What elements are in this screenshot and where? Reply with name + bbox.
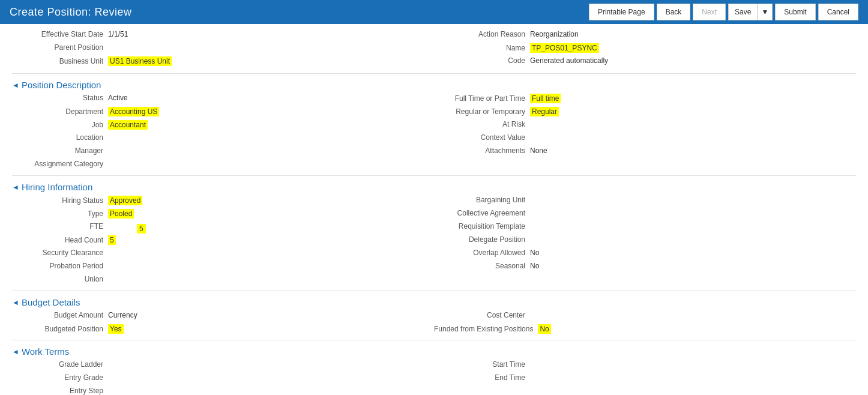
budget-details-header: ◄ Budget Details bbox=[12, 297, 856, 307]
collective-agreement-row: Collective Agreement bbox=[434, 209, 856, 221]
save-button-group: Save ▼ bbox=[728, 4, 773, 20]
regular-temporary-row: Regular or Temporary Regular bbox=[434, 107, 856, 119]
budget-amount-row: Budget Amount Currency bbox=[12, 311, 434, 323]
hiring-information-header: ◄ Hiring Information bbox=[12, 182, 856, 192]
effective-start-date-label: Effective Start Date bbox=[12, 30, 108, 38]
hiring-information-content: Hiring Status Approved Type Pooled FTE 5… bbox=[12, 196, 856, 287]
action-reason-label: Action Reason bbox=[434, 30, 530, 38]
budgeted-position-label: Budgeted Position bbox=[12, 325, 108, 333]
action-reason-value: Reorganization bbox=[530, 30, 579, 38]
type-row: Type Pooled bbox=[12, 209, 434, 221]
name-value: TP_POS01_PSYNC bbox=[530, 43, 599, 53]
delegate-position-label: Delegate Position bbox=[434, 235, 530, 244]
hiring-information-left: Hiring Status Approved Type Pooled FTE 5… bbox=[12, 196, 434, 287]
top-right-fields: Action Reason Reorganization Name TP_POS… bbox=[434, 30, 856, 68]
hiring-information-right: Bargaining Unit Collective Agreement Req… bbox=[434, 196, 856, 287]
start-time-row: Start Time bbox=[434, 360, 856, 372]
back-button[interactable]: Back bbox=[657, 4, 691, 20]
position-description-right: Full Time or Part Time Full time Regular… bbox=[434, 94, 856, 172]
save-dropdown-button[interactable]: ▼ bbox=[757, 4, 773, 20]
code-value: Generated automatically bbox=[530, 56, 608, 65]
requisition-template-row: Requisition Template bbox=[434, 222, 856, 234]
overlap-allowed-row: Overlap Allowed No bbox=[434, 249, 856, 261]
cost-center-row: Cost Center bbox=[434, 311, 856, 323]
fte-value: 5 bbox=[108, 224, 146, 234]
business-unit-value: US1 Business Unit bbox=[108, 56, 172, 66]
entry-step-row: Entry Step bbox=[12, 387, 434, 395]
attachments-row: Attachments None bbox=[434, 146, 856, 158]
hiring-status-row: Hiring Status Approved bbox=[12, 196, 434, 208]
union-row: Union bbox=[12, 275, 434, 287]
entry-grade-label: Entry Grade bbox=[12, 373, 108, 382]
type-label: Type bbox=[12, 210, 108, 218]
attachments-value: None bbox=[530, 146, 547, 155]
start-time-label: Start Time bbox=[434, 360, 530, 369]
regular-temporary-label: Regular or Temporary bbox=[434, 107, 530, 116]
grade-ladder-row: Grade Ladder bbox=[12, 360, 434, 372]
work-terms-content: Grade Ladder Entry Grade Entry Step Star… bbox=[12, 360, 856, 395]
overlap-allowed-value: No bbox=[530, 249, 539, 257]
funded-from-label: Funded from Existing Positions bbox=[434, 325, 538, 333]
department-label: Department bbox=[12, 107, 108, 116]
budget-details-left: Budget Amount Currency Budgeted Position… bbox=[12, 311, 434, 336]
end-time-row: End Time bbox=[434, 373, 856, 385]
name-row: Name TP_POS01_PSYNC bbox=[434, 43, 856, 55]
business-unit-row: Business Unit US1 Business Unit bbox=[12, 56, 434, 68]
next-button[interactable]: Next bbox=[693, 4, 726, 20]
probation-period-row: Probation Period bbox=[12, 262, 434, 274]
full-time-value: Full time bbox=[530, 94, 561, 103]
budget-amount-value: Currency bbox=[108, 311, 137, 319]
status-label: Status bbox=[12, 94, 108, 102]
cancel-button[interactable]: Cancel bbox=[818, 4, 858, 20]
action-reason-row: Action Reason Reorganization bbox=[434, 30, 856, 42]
hiring-status-label: Hiring Status bbox=[12, 196, 108, 205]
full-time-label: Full Time or Part Time bbox=[434, 94, 530, 103]
page-title: Create Position: Review bbox=[10, 6, 132, 19]
hiring-information-arrow: ◄ bbox=[12, 183, 19, 191]
fte-number: 5 bbox=[137, 224, 146, 234]
save-button[interactable]: Save bbox=[728, 4, 757, 20]
requisition-template-label: Requisition Template bbox=[434, 222, 530, 231]
collective-agreement-label: Collective Agreement bbox=[434, 209, 530, 217]
funded-from-row: Funded from Existing Positions No bbox=[434, 324, 856, 336]
position-description-title: Position Description bbox=[22, 80, 101, 90]
assignment-category-row: Assignment Category bbox=[12, 160, 434, 172]
header-buttons: Printable Page Back Next Save ▼ Submit C… bbox=[589, 4, 858, 20]
name-label: Name bbox=[434, 44, 530, 52]
manager-label: Manager bbox=[12, 146, 108, 155]
cost-center-label: Cost Center bbox=[434, 311, 530, 319]
department-value: Accounting US bbox=[108, 107, 159, 116]
at-risk-row: At Risk bbox=[434, 120, 856, 132]
parent-position-row: Parent Position bbox=[12, 43, 434, 55]
seasonal-row: Seasonal No bbox=[434, 262, 856, 274]
budget-details-right: Cost Center Funded from Existing Positio… bbox=[434, 311, 856, 336]
at-risk-label: At Risk bbox=[434, 120, 530, 128]
business-unit-label: Business Unit bbox=[12, 57, 108, 65]
submit-button[interactable]: Submit bbox=[775, 4, 815, 20]
location-row: Location bbox=[12, 133, 434, 145]
head-count-value: 5 bbox=[108, 235, 116, 245]
attachments-label: Attachments bbox=[434, 146, 530, 155]
regular-temporary-value: Regular bbox=[530, 107, 559, 116]
budgeted-position-value: Yes bbox=[108, 324, 124, 334]
budget-details-content: Budget Amount Currency Budgeted Position… bbox=[12, 311, 856, 336]
end-time-label: End Time bbox=[434, 373, 530, 382]
page-header: Create Position: Review Printable Page B… bbox=[0, 0, 868, 24]
context-value-row: Context Value bbox=[434, 133, 856, 145]
bargaining-unit-label: Bargaining Unit bbox=[434, 196, 530, 204]
bargaining-unit-row: Bargaining Unit bbox=[434, 196, 856, 208]
security-clearance-row: Security Clearance bbox=[12, 249, 434, 261]
overlap-allowed-label: Overlap Allowed bbox=[434, 249, 530, 257]
entry-step-label: Entry Step bbox=[12, 387, 108, 395]
grade-ladder-label: Grade Ladder bbox=[12, 360, 108, 369]
status-value: Active bbox=[108, 94, 128, 102]
effective-start-date-value: 1/1/51 bbox=[108, 30, 128, 38]
status-row: Status Active bbox=[12, 94, 434, 106]
budget-amount-label: Budget Amount bbox=[12, 311, 108, 319]
budgeted-position-row: Budgeted Position Yes bbox=[12, 324, 434, 336]
work-terms-right: Start Time End Time bbox=[434, 360, 856, 395]
job-label: Job bbox=[12, 121, 108, 129]
printable-page-button[interactable]: Printable Page bbox=[589, 4, 654, 20]
department-row: Department Accounting US bbox=[12, 107, 434, 119]
work-terms-title: Work Terms bbox=[22, 346, 69, 357]
